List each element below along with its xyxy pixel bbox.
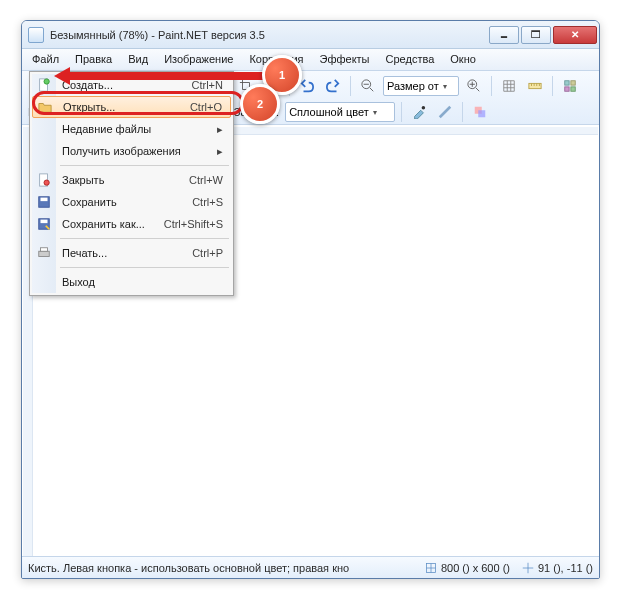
zoom-combo[interactable]: Размер от ▾ <box>383 76 459 96</box>
svg-rect-16 <box>571 81 575 85</box>
menu-separator <box>60 267 229 268</box>
close-button[interactable]: ✕ <box>553 26 597 44</box>
status-cursor: 91 (), -11 () <box>522 562 593 574</box>
chevron-down-icon: ▾ <box>443 82 447 91</box>
svg-rect-15 <box>565 81 569 85</box>
window-title: Безымянный (78%) - Paint.NET версия 3.5 <box>50 29 487 41</box>
separator <box>462 102 463 122</box>
svg-rect-18 <box>571 87 575 91</box>
status-hint: Кисть. Левая кнопка - использовать основ… <box>28 562 413 574</box>
menu-file[interactable]: Файл <box>24 49 67 70</box>
annotation-step-2: 2 <box>240 84 280 124</box>
menu-effects[interactable]: Эффекты <box>312 49 378 70</box>
zoom-combo-label: Размер от <box>387 80 439 92</box>
separator <box>350 76 351 96</box>
menu-item-exit[interactable]: Выход <box>32 271 231 293</box>
fill-combo-value: Сплошной цвет <box>289 106 369 118</box>
svg-rect-31 <box>41 198 48 202</box>
maximize-button[interactable]: 🗖 <box>521 26 551 44</box>
menu-item-recent[interactable]: Недавние файлы ▸ <box>32 118 231 140</box>
chevron-down-icon: ▾ <box>373 108 377 117</box>
menu-tools[interactable]: Средства <box>378 49 443 70</box>
svg-rect-24 <box>478 110 485 117</box>
menu-item-print[interactable]: Печать... Ctrl+P <box>32 242 231 264</box>
app-icon <box>28 27 44 43</box>
svg-rect-17 <box>565 87 569 91</box>
menu-item-saveas[interactable]: Сохранить как... Ctrl+Shift+S <box>32 213 231 235</box>
fill-combo[interactable]: Сплошной цвет ▾ <box>285 102 395 122</box>
submenu-arrow-icon: ▸ <box>205 123 223 136</box>
menu-item-acquire[interactable]: Получить изображения ▸ <box>32 140 231 162</box>
menu-separator <box>60 238 229 239</box>
dimensions-icon <box>425 562 437 574</box>
submenu-arrow-icon: ▸ <box>205 145 223 158</box>
svg-point-29 <box>44 180 49 185</box>
menu-edit[interactable]: Правка <box>67 49 120 70</box>
print-icon <box>36 245 52 261</box>
color-picker-icon[interactable] <box>408 101 430 123</box>
window-controls: 🗕 🗖 ✕ <box>487 26 597 44</box>
svg-point-22 <box>422 106 426 110</box>
svg-rect-33 <box>41 220 48 224</box>
menu-separator <box>60 165 229 166</box>
menu-view[interactable]: Вид <box>120 49 156 70</box>
grid-icon[interactable] <box>498 75 520 97</box>
menu-bar: Файл Правка Вид Изображение Коррекция Эф… <box>22 49 599 71</box>
svg-point-27 <box>44 79 49 84</box>
zoom-out-icon[interactable] <box>357 75 379 97</box>
app-window: Безымянный (78%) - Paint.NET версия 3.5 … <box>21 20 600 579</box>
close-file-icon <box>36 172 52 188</box>
menu-image[interactable]: Изображение <box>156 49 241 70</box>
ruler-icon[interactable] <box>524 75 546 97</box>
svg-rect-34 <box>39 251 50 256</box>
save-icon <box>36 194 52 210</box>
redo-icon[interactable] <box>322 75 344 97</box>
title-bar: Безымянный (78%) - Paint.NET версия 3.5 … <box>22 21 599 49</box>
blend-icon[interactable] <box>469 101 491 123</box>
tool-windows-icon[interactable] <box>559 75 581 97</box>
antialias-icon[interactable] <box>434 101 456 123</box>
svg-rect-35 <box>41 248 48 252</box>
separator <box>552 76 553 96</box>
menu-window[interactable]: Окно <box>442 49 484 70</box>
minimize-button[interactable]: 🗕 <box>489 26 519 44</box>
menu-item-close[interactable]: Закрыть Ctrl+W <box>32 169 231 191</box>
status-size: 800 () x 600 () <box>425 562 510 574</box>
menu-item-save[interactable]: Сохранить Ctrl+S <box>32 191 231 213</box>
save-as-icon <box>36 216 52 232</box>
status-bar: Кисть. Левая кнопка - использовать основ… <box>22 556 599 578</box>
separator <box>401 102 402 122</box>
separator <box>491 76 492 96</box>
cursor-pos-icon <box>522 562 534 574</box>
annotation-highlight-open <box>32 91 244 115</box>
zoom-in-icon[interactable] <box>463 75 485 97</box>
